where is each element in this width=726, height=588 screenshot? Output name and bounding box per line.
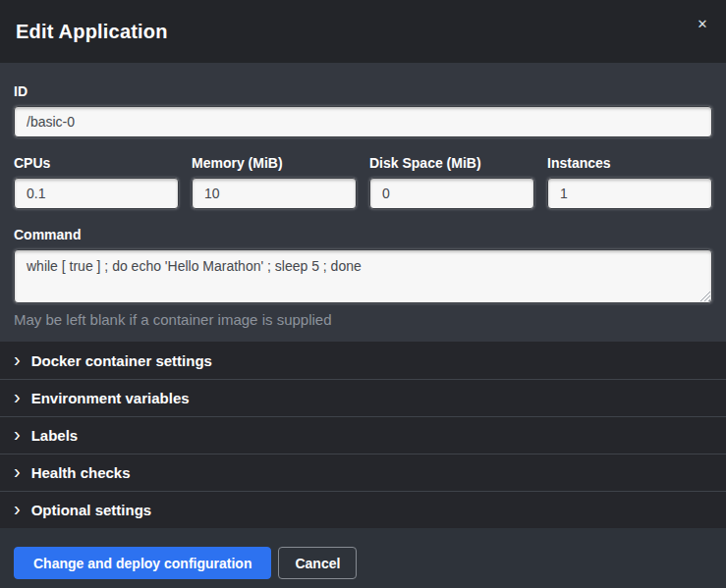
cpus-field-group: CPUs <box>14 155 179 209</box>
disk-field-group: Disk Space (MiB) <box>369 155 534 209</box>
command-textarea[interactable]: while [ true ] ; do echo 'Hello Marathon… <box>14 249 712 303</box>
memory-label: Memory (MiB) <box>192 155 357 171</box>
section-environment-variables[interactable]: › Environment variables <box>0 379 726 416</box>
id-label: ID <box>14 83 712 99</box>
instances-input[interactable] <box>547 178 712 209</box>
modal-body: ID CPUs Memory (MiB) Disk Space (MiB) In… <box>0 63 726 528</box>
instances-field-group: Instances <box>547 155 712 209</box>
memory-field-group: Memory (MiB) <box>192 155 357 209</box>
cpus-input[interactable] <box>14 178 179 209</box>
command-label: Command <box>14 227 712 242</box>
modal-title: Edit Application <box>16 21 168 43</box>
section-labels[interactable]: › Labels <box>0 416 726 454</box>
section-label: Health checks <box>31 464 131 481</box>
chevron-right-icon: › <box>14 387 21 406</box>
chevron-right-icon: › <box>14 424 21 444</box>
close-button[interactable]: ✕ <box>690 12 715 37</box>
command-help-text: May be left blank if a container image i… <box>14 311 712 328</box>
command-field-group: Command while [ true ] ; do echo 'Hello … <box>14 227 712 328</box>
close-icon: ✕ <box>698 17 708 31</box>
instances-label: Instances <box>547 155 712 171</box>
section-label: Optional settings <box>31 502 152 518</box>
memory-input[interactable] <box>192 178 357 209</box>
section-label: Docker container settings <box>31 352 212 369</box>
id-field-group: ID <box>14 83 712 137</box>
id-input[interactable] <box>14 106 712 137</box>
cancel-button[interactable]: Cancel <box>278 547 357 579</box>
section-label: Environment variables <box>31 390 190 406</box>
chevron-right-icon: › <box>14 499 21 518</box>
cpus-label: CPUs <box>14 155 179 171</box>
chevron-right-icon: › <box>14 461 21 481</box>
chevron-right-icon: › <box>14 349 21 369</box>
edit-application-modal: Edit Application ✕ ID CPUs Memory (MiB) … <box>0 0 726 588</box>
section-label: Labels <box>31 427 79 444</box>
section-health-checks[interactable]: › Health checks <box>0 454 726 491</box>
section-optional-settings[interactable]: › Optional settings <box>0 491 726 528</box>
modal-footer: Change and deploy configuration Cancel <box>0 528 726 588</box>
resources-row: CPUs Memory (MiB) Disk Space (MiB) Insta… <box>14 155 712 209</box>
disk-input[interactable] <box>369 178 534 209</box>
change-and-deploy-button[interactable]: Change and deploy configuration <box>14 547 271 579</box>
settings-accordion: › Docker container settings › Environmen… <box>0 342 726 528</box>
modal-header: Edit Application ✕ <box>0 0 726 63</box>
section-docker-container-settings[interactable]: › Docker container settings <box>0 342 726 379</box>
disk-label: Disk Space (MiB) <box>369 155 534 171</box>
